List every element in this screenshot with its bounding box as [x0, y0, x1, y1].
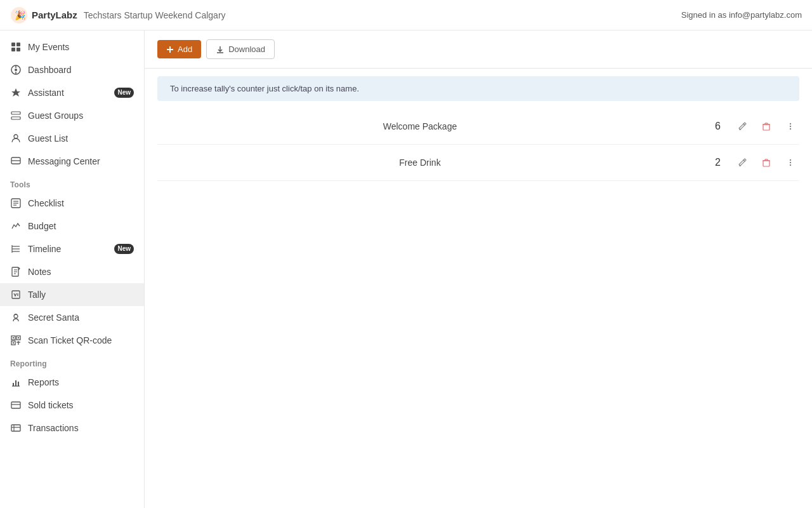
info-banner-text: To increase tally's counter just click/t…: [170, 84, 359, 93]
tally-item-actions-0: [733, 117, 799, 135]
svg-point-13: [14, 135, 18, 138]
sidebar-item-messaging-center[interactable]: Messaging Center: [0, 150, 144, 173]
svg-rect-4: [11, 48, 15, 51]
timeline-icon: [10, 243, 22, 255]
guest-groups-icon: [10, 110, 22, 121]
tally-label: Tally: [28, 290, 134, 300]
signed-in-label: Signed in as info@partylabz.com: [681, 10, 802, 20]
svg-rect-12: [11, 117, 20, 119]
tally-item-count-1: 2: [683, 157, 721, 168]
more-button-0[interactable]: [782, 117, 799, 135]
plus-icon: [166, 46, 174, 53]
svg-rect-2: [11, 43, 15, 46]
sidebar-item-notes[interactable]: Notes: [0, 260, 144, 283]
scan-ticket-icon: [10, 335, 22, 346]
svg-rect-41: [15, 380, 16, 386]
tally-item-1: Free Drink 2: [157, 145, 799, 181]
sidebar-item-checklist[interactable]: Checklist: [0, 192, 144, 215]
tally-item-count-0: 6: [683, 121, 721, 132]
sidebar-item-assistant[interactable]: Assistant New: [0, 81, 144, 104]
header-left: 🎉 PartyLabz Techstars Startup Weekend Ca…: [10, 6, 226, 24]
svg-point-66: [790, 159, 791, 161]
svg-rect-34: [13, 337, 14, 338]
more-icon-1: [786, 158, 795, 167]
add-label: Add: [178, 44, 192, 54]
edit-button-1[interactable]: [733, 154, 751, 171]
sidebar-item-reports[interactable]: Reports: [0, 371, 144, 394]
svg-point-7: [15, 69, 17, 71]
notes-icon: [10, 266, 22, 277]
scan-ticket-label: Scan Ticket QR-code: [28, 335, 134, 345]
sidebar-item-dashboard[interactable]: Dashboard: [0, 58, 144, 81]
sidebar-item-timeline[interactable]: Timeline New: [0, 237, 144, 260]
download-button[interactable]: Download: [206, 39, 275, 59]
tally-list: Welcome Package 6: [145, 109, 812, 181]
assistant-label: Assistant: [28, 88, 108, 98]
timeline-label: Timeline: [28, 244, 108, 254]
edit-icon-1: [738, 158, 747, 167]
svg-point-59: [790, 128, 791, 130]
svg-rect-42: [18, 382, 19, 386]
svg-point-58: [790, 126, 791, 127]
more-icon-0: [786, 122, 795, 131]
sidebar-item-tally[interactable]: Tally: [0, 283, 144, 306]
budget-label: Budget: [28, 221, 134, 231]
sidebar-item-guest-groups[interactable]: Guest Groups: [0, 104, 144, 127]
main-content: Add Download To increase tally's counter…: [145, 30, 812, 508]
tally-icon: [10, 289, 22, 300]
notes-label: Notes: [28, 267, 134, 277]
assistant-icon: [10, 87, 22, 98]
svg-point-57: [790, 123, 791, 124]
delete-button-1[interactable]: [757, 154, 775, 171]
svg-marker-10: [11, 88, 20, 97]
trash-icon-0: [762, 122, 771, 131]
svg-rect-3: [16, 43, 20, 46]
checklist-icon: [10, 197, 22, 209]
download-icon: [216, 45, 225, 54]
top-header: 🎉 PartyLabz Techstars Startup Weekend Ca…: [0, 0, 812, 30]
app-name: PartyLabz: [32, 10, 77, 20]
add-button[interactable]: Add: [157, 40, 201, 58]
sidebar-item-secret-santa[interactable]: Secret Santa: [0, 306, 144, 329]
svg-rect-36: [13, 342, 14, 344]
sidebar-item-guest-list[interactable]: Guest List: [0, 127, 144, 150]
download-label: Download: [228, 44, 265, 54]
sold-tickets-icon: [10, 399, 22, 411]
toolbar: Add Download: [145, 30, 812, 69]
svg-point-67: [790, 162, 791, 163]
transactions-label: Transactions: [28, 423, 134, 433]
svg-rect-5: [16, 48, 20, 51]
delete-button-0[interactable]: [757, 117, 775, 135]
grid-icon: [10, 41, 22, 53]
svg-point-68: [790, 164, 791, 166]
my-events-label: My Events: [28, 42, 134, 52]
dashboard-label: Dashboard: [28, 65, 134, 75]
svg-rect-45: [11, 425, 20, 431]
more-button-1[interactable]: [782, 154, 799, 171]
budget-icon: [10, 220, 22, 232]
reports-icon: [10, 377, 22, 388]
svg-rect-52: [763, 124, 769, 130]
svg-rect-43: [11, 402, 20, 408]
svg-rect-61: [763, 161, 769, 166]
tally-item-name-1[interactable]: Free Drink: [157, 157, 683, 168]
sidebar-item-budget[interactable]: Budget: [0, 215, 144, 237]
logo[interactable]: 🎉 PartyLabz: [10, 6, 77, 24]
sidebar-item-scan-ticket[interactable]: Scan Ticket QR-code: [0, 329, 144, 352]
dashboard-icon: [10, 64, 22, 76]
edit-button-0[interactable]: [733, 117, 751, 135]
sidebar-item-transactions[interactable]: Transactions: [0, 417, 144, 439]
info-banner: To increase tally's counter just click/t…: [157, 76, 799, 101]
svg-rect-35: [18, 337, 19, 338]
sidebar: My Events Dashboard Assistant New: [0, 30, 145, 508]
edit-icon-0: [738, 122, 747, 131]
sidebar-item-my-events[interactable]: My Events: [0, 36, 144, 58]
reporting-section-header: Reporting: [0, 352, 144, 371]
messaging-label: Messaging Center: [28, 156, 134, 166]
secret-santa-label: Secret Santa: [28, 312, 134, 323]
timeline-badge: New: [114, 244, 134, 254]
transactions-icon: [10, 422, 22, 434]
tally-item-name-0[interactable]: Welcome Package: [157, 121, 683, 131]
sidebar-item-sold-tickets[interactable]: Sold tickets: [0, 394, 144, 417]
reports-label: Reports: [28, 377, 134, 387]
